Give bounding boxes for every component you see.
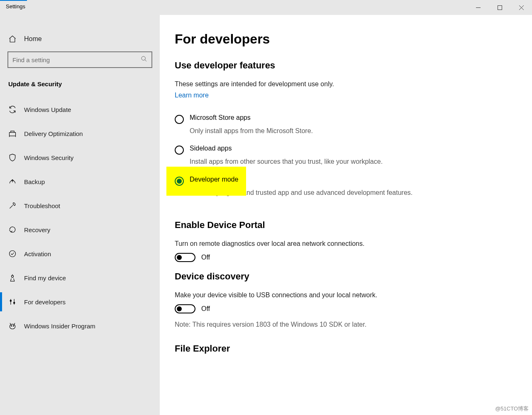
location-icon: [8, 274, 17, 282]
device-portal-desc: Turn on remote diagnostics over local ar…: [175, 239, 520, 249]
sidebar-item-label: Backup: [24, 178, 45, 185]
device-discovery-desc: Make your device visible to USB connecti…: [175, 290, 520, 300]
radio-option-microsoft-store[interactable]: Microsoft Store apps: [175, 111, 520, 125]
sidebar-section-label: Update & Security: [0, 76, 160, 97]
developers-icon: [8, 298, 17, 306]
wrench-icon: [8, 201, 17, 210]
svg-point-9: [10, 251, 16, 257]
sidebar-item-label: Delivery Optimization: [24, 130, 83, 137]
sidebar-item-find-my-device[interactable]: Find my device: [0, 266, 160, 290]
svg-rect-1: [498, 5, 502, 10]
sidebar-item-label: Windows Update: [24, 106, 71, 113]
radio-option-sideload[interactable]: Sideload apps: [175, 141, 520, 155]
svg-point-13: [10, 300, 11, 301]
section-heading-device-portal: Enable Device Portal: [175, 220, 520, 231]
sidebar-item-windows-security[interactable]: Windows Security: [0, 146, 160, 170]
maximize-button[interactable]: [489, 0, 510, 15]
sidebar: Home Update & Security Windows Update: [0, 15, 160, 415]
radio-icon: [175, 146, 184, 155]
toggle-state-label: Off: [201, 254, 210, 261]
minimize-button[interactable]: [467, 0, 489, 15]
backup-icon: [8, 177, 17, 186]
window-title: Settings: [0, 0, 31, 13]
radio-label: Developer mode: [190, 176, 238, 183]
svg-point-17: [13, 325, 14, 326]
sidebar-item-label: Windows Insider Program: [24, 323, 95, 330]
sidebar-item-label: Troubleshoot: [24, 202, 60, 209]
sidebar-item-delivery-optimization[interactable]: Delivery Optimization: [0, 121, 160, 146]
sync-icon: [8, 105, 17, 114]
home-icon: [8, 35, 17, 43]
sidebar-item-label: Find my device: [24, 274, 66, 282]
main-content: For developers Use developer features Th…: [160, 15, 532, 415]
page-title: For developers: [175, 32, 520, 47]
shield-icon: [8, 153, 17, 162]
radio-option-developer-mode[interactable]: Developer mode: [175, 172, 520, 187]
learn-more-link[interactable]: Learn more: [175, 92, 209, 99]
sidebar-item-windows-update[interactable]: Windows Update: [0, 97, 160, 121]
radio-icon-selected: [175, 177, 184, 186]
section-heading-device-discovery: Device discovery: [175, 271, 520, 282]
svg-point-14: [14, 302, 15, 303]
svg-rect-6: [10, 133, 16, 136]
device-discovery-toggle[interactable]: [175, 304, 195, 313]
window-controls: [467, 0, 532, 15]
svg-point-10: [12, 275, 14, 277]
sidebar-item-label: Recovery: [24, 226, 50, 233]
device-portal-toggle[interactable]: [175, 253, 195, 262]
toggle-state-label: Off: [201, 305, 210, 313]
insider-icon: [8, 322, 17, 330]
svg-line-5: [145, 60, 146, 61]
sidebar-item-troubleshoot[interactable]: Troubleshoot: [0, 194, 160, 218]
section-heading-dev-features: Use developer features: [175, 60, 520, 71]
search-input[interactable]: [12, 56, 141, 63]
close-button[interactable]: [510, 0, 532, 15]
sidebar-item-backup[interactable]: Backup: [0, 170, 160, 194]
sidebar-item-home[interactable]: Home: [0, 27, 160, 51]
radio-icon: [175, 115, 184, 124]
sidebar-item-label: Windows Security: [24, 154, 73, 161]
sidebar-item-for-developers[interactable]: For developers: [0, 290, 160, 314]
search-icon: [141, 56, 147, 64]
sidebar-item-label: Home: [24, 35, 42, 43]
sidebar-item-recovery[interactable]: Recovery: [0, 218, 160, 242]
delivery-icon: [8, 129, 17, 138]
sidebar-item-label: For developers: [24, 299, 66, 306]
search-input-container[interactable]: [7, 51, 152, 68]
svg-point-4: [142, 56, 145, 60]
recovery-icon: [8, 226, 17, 234]
dev-features-desc: These settings are intended for developm…: [175, 79, 520, 89]
title-bar: Settings: [0, 0, 532, 15]
section-heading-file-explorer: File Explorer: [175, 343, 520, 354]
check-circle-icon: [8, 250, 17, 258]
svg-point-15: [10, 324, 15, 329]
svg-point-16: [11, 325, 12, 326]
sidebar-item-label: Activation: [24, 250, 51, 257]
accent-tab: [0, 0, 27, 1]
device-discovery-note: Note: This requires version 1803 of the …: [175, 321, 520, 328]
watermark: @51CTO博客: [495, 405, 529, 413]
radio-label: Sideload apps: [190, 145, 232, 152]
radio-sublabel: Only install apps from the Microsoft Sto…: [175, 125, 440, 141]
sidebar-item-windows-insider[interactable]: Windows Insider Program: [0, 314, 160, 338]
sidebar-item-activation[interactable]: Activation: [0, 242, 160, 266]
radio-label: Microsoft Store apps: [190, 114, 251, 121]
